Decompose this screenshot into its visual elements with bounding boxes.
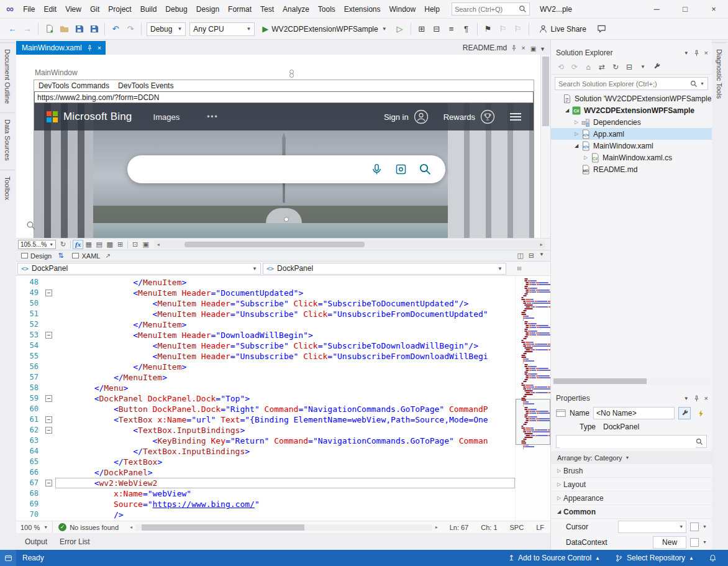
chevron-down-icon[interactable]: ▼ [700, 81, 704, 86]
code-line-57[interactable]: 57 </MenuItem> [16, 372, 515, 383]
spaces-indicator[interactable]: SPC [504, 524, 530, 531]
show-grid-icon[interactable]: ▦ [83, 240, 94, 249]
tab-mainwindow-xaml[interactable]: MainWindow.xaml × [16, 41, 106, 55]
chevron-down-icon[interactable]: ▼ [703, 540, 707, 544]
visual-search-icon[interactable] [394, 163, 407, 176]
properties-search-input[interactable] [560, 436, 696, 448]
add-to-source-control-button[interactable]: ↥ Add to Source Control ▲ [502, 550, 606, 566]
code-line-64[interactable]: 64 </TextBox.InputBindings> [16, 446, 515, 457]
solution-configuration-dropdown[interactable]: Debug ▼ [147, 22, 186, 36]
properties-header[interactable]: Properties ▼ × [551, 391, 712, 405]
home-icon[interactable]: ⌂ [582, 61, 594, 73]
properties-wrench-icon[interactable] [650, 61, 663, 73]
design-surface-window[interactable]: DevTools CommandsDevTools Events https:/… [34, 80, 534, 239]
designer-horizontal-scrollbar[interactable]: ◂ ▸ [154, 240, 545, 249]
scroll-right-icon[interactable]: ▸ [432, 524, 441, 530]
horizontal-split-icon[interactable]: ⊟ [529, 252, 534, 260]
code-line-48[interactable]: 48 </MenuItem> [16, 277, 515, 288]
bookmark-prev-icon[interactable]: ⚐ [496, 22, 510, 36]
microphone-icon[interactable] [370, 163, 383, 176]
scroll-right-icon[interactable]: ▸ [537, 242, 545, 247]
expand-arrow-icon[interactable]: ▷ [555, 482, 563, 487]
minimize-button[interactable]: ─ [642, 0, 671, 19]
solution-search-input[interactable] [558, 80, 688, 88]
effects-toggle-button[interactable]: fx [73, 240, 83, 249]
window-position-chevron-icon[interactable]: ▼ [684, 50, 689, 56]
scrollbar-track[interactable] [162, 242, 537, 247]
line-ending-indicator[interactable]: LF [530, 524, 550, 531]
tab-list-chevron-icon[interactable]: ▼ [540, 46, 545, 52]
pin-icon[interactable] [693, 395, 700, 402]
xaml-code-editor[interactable]: 48 </MenuItem>49− <MenuItem Header="Docu… [16, 276, 550, 521]
scrollbar-track[interactable] [135, 524, 432, 531]
feedback-icon[interactable] [595, 22, 609, 36]
expand-arrow-icon[interactable]: ▷ [581, 155, 590, 160]
code-line-53[interactable]: 53− <MenuItem Header="DownloadWillBegin"… [16, 330, 515, 340]
solution-explorer-search[interactable]: ▼ [555, 77, 708, 90]
swap-panes-icon[interactable]: ⇅ [58, 252, 63, 260]
scrollbar-thumb[interactable] [553, 378, 647, 384]
menu-build[interactable]: Build [136, 2, 162, 16]
resize-handle[interactable] [289, 70, 294, 78]
code-line-51[interactable]: 51 <MenuItem Header="Unsubscribe" Click=… [16, 309, 515, 319]
collapse-arrow-icon[interactable]: ◢ [572, 143, 581, 148]
expand-arrow-icon[interactable]: ▷ [572, 131, 581, 137]
side-tab-document-outline[interactable]: Document Outline [0, 42, 15, 110]
code-line-70[interactable]: 70 /> [16, 509, 515, 520]
fold-collapse-icon[interactable]: − [45, 480, 52, 486]
menu-debug[interactable]: Debug [161, 2, 191, 16]
refresh-icon[interactable]: ↻ [609, 61, 622, 73]
new-file-icon[interactable] [42, 22, 56, 36]
select-repository-button[interactable]: Select Repository ▲ [609, 550, 700, 566]
start-without-debugging-icon[interactable]: ▷ [393, 22, 407, 36]
property-marker-icon[interactable] [690, 538, 699, 547]
search-input[interactable] [455, 6, 519, 13]
designed-menu-devtools-events[interactable]: DevTools Events [114, 81, 178, 90]
bing-search-box[interactable] [127, 155, 445, 183]
designed-url-textbox[interactable]: https://www2.bing.com/?form=DCDN [34, 91, 534, 103]
code-line-61[interactable]: 61− <TextBox x:Name="url" Text="{Binding… [16, 414, 515, 425]
fold-collapse-icon[interactable]: − [45, 416, 52, 423]
breadcrumb-right-dropdown[interactable]: <> DockPanel ▼ [263, 263, 506, 275]
panel-tab-output[interactable]: Output [19, 534, 53, 549]
scroll-left-icon[interactable]: ◂ [127, 524, 135, 530]
step-icons[interactable]: ¶ [460, 22, 473, 36]
tree-item-app-xaml[interactable]: ▷</>App.xaml [551, 128, 712, 140]
new-button[interactable]: New [653, 536, 686, 549]
bing-images-link[interactable]: Images [153, 112, 180, 122]
back-icon[interactable]: ⟲ [555, 61, 567, 73]
search-icon[interactable] [690, 80, 698, 88]
designer-zoom-adorner-icon[interactable] [26, 221, 36, 231]
undo-icon[interactable]: ↶ [109, 22, 122, 36]
scrollbar-thumb[interactable] [542, 57, 549, 126]
scrollbar-thumb[interactable] [184, 242, 365, 247]
search-icon[interactable] [419, 163, 432, 176]
bing-brand[interactable]: Microsoft Bing [63, 111, 132, 123]
property-marker-icon[interactable] [690, 523, 699, 531]
close-tab-icon[interactable]: × [521, 44, 525, 52]
events-view-button[interactable] [694, 407, 707, 419]
menu-design[interactable]: Design [192, 2, 224, 16]
code-line-49[interactable]: 49− <MenuItem Header="DocumentUpdated"> [16, 288, 515, 298]
scroll-left-icon[interactable]: ◂ [154, 242, 162, 247]
close-pane-icon[interactable]: × [704, 395, 708, 402]
window-position-chevron-icon[interactable]: ▼ [684, 396, 689, 401]
panel-splitter[interactable] [551, 385, 712, 391]
quick-actions-icon[interactable]: ⊟ [430, 22, 444, 36]
annotations-icon[interactable]: ⊞ [115, 240, 125, 249]
menu-view[interactable]: View [61, 2, 86, 16]
fold-collapse-icon[interactable]: − [45, 290, 52, 296]
navigate-forward-icon[interactable]: → [20, 22, 34, 36]
code-line-66[interactable]: 66 </DockPanel> [16, 467, 515, 478]
panel-tab-error-list[interactable]: Error List [53, 534, 96, 549]
tree-item-dependencies[interactable]: ▷Dependencies [551, 116, 712, 128]
scrollbar-thumb[interactable] [142, 524, 305, 531]
category-brush[interactable]: ▷Brush [551, 464, 712, 478]
collapse-arrow-icon[interactable]: ◢ [555, 509, 563, 514]
open-folder-icon[interactable] [57, 22, 71, 36]
notifications-button[interactable] [703, 550, 723, 566]
properties-search[interactable] [556, 435, 707, 448]
code-line-50[interactable]: 50 <MenuItem Header="Subscribe" Click="S… [16, 298, 515, 309]
minimap-viewport[interactable] [516, 399, 550, 445]
side-tab-toolbox[interactable]: Toolbox [0, 170, 15, 206]
